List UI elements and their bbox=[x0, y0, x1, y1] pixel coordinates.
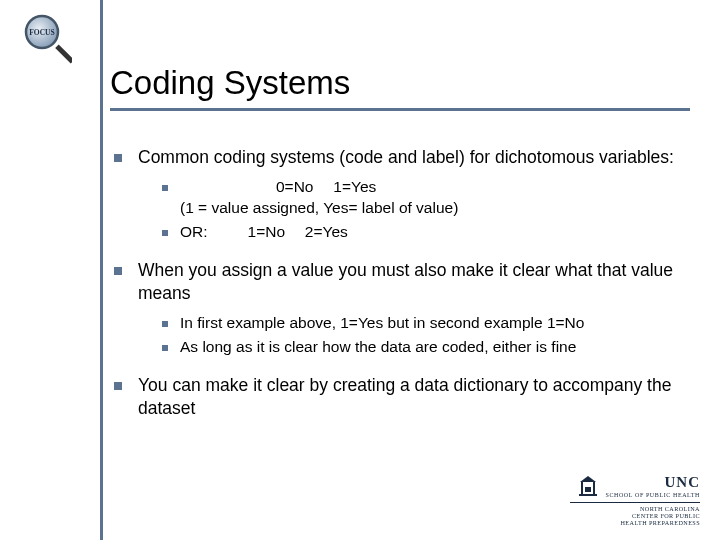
page-title: Coding Systems bbox=[110, 64, 690, 102]
svg-text:FOCUS: FOCUS bbox=[29, 28, 54, 37]
bullet-1-sub-2: OR:1=No 2=Yes bbox=[160, 222, 684, 243]
svg-rect-0 bbox=[55, 44, 72, 63]
bullet-1-text: Common coding systems (code and label) f… bbox=[138, 147, 674, 167]
bullet-3: You can make it clear by creating a data… bbox=[112, 374, 684, 420]
bullet-2-text: When you assign a value you must also ma… bbox=[138, 260, 673, 303]
unc-school-text: SCHOOL OF PUBLIC HEALTH bbox=[605, 492, 700, 499]
bullet-3-text: You can make it clear by creating a data… bbox=[138, 375, 671, 418]
unc-center-line2: CENTER FOR PUBLIC bbox=[570, 512, 700, 519]
logo-divider bbox=[570, 502, 700, 503]
unc-center-line3: HEALTH PREPAREDNESS bbox=[570, 519, 700, 526]
title-underline bbox=[110, 108, 690, 111]
bullet-1-sub-2-rest: 1=No 2=Yes bbox=[248, 223, 348, 240]
bullet-2: When you assign a value you must also ma… bbox=[112, 259, 684, 358]
bullet-2-sub-1: In first example above, 1=Yes but in sec… bbox=[160, 313, 684, 334]
svg-rect-6 bbox=[585, 487, 591, 492]
slide: FOCUS Coding Systems Common coding syste… bbox=[0, 0, 720, 540]
svg-rect-5 bbox=[579, 494, 597, 496]
bullet-1-sub-1-line2: (1 = value assigned, Yes= label of value… bbox=[180, 199, 458, 216]
svg-rect-3 bbox=[581, 482, 583, 494]
unc-logo-text: UNC bbox=[605, 474, 700, 491]
unc-logo: UNC SCHOOL OF PUBLIC HEALTH NORTH CAROLI… bbox=[570, 474, 700, 526]
bullet-2-sub-2: As long as it is clear how the data are … bbox=[160, 337, 684, 358]
old-well-icon bbox=[577, 475, 599, 499]
focus-logo-icon: FOCUS bbox=[20, 12, 72, 64]
bullet-1-sub-1-line1: 0=No 1=Yes bbox=[180, 177, 376, 198]
vertical-divider bbox=[100, 0, 103, 540]
bullet-1-sub-2-prefix: OR: bbox=[180, 223, 208, 240]
title-area: Coding Systems bbox=[110, 64, 690, 111]
unc-center-line1: NORTH CAROLINA bbox=[570, 505, 700, 512]
content-area: Common coding systems (code and label) f… bbox=[112, 146, 684, 436]
bullet-1: Common coding systems (code and label) f… bbox=[112, 146, 684, 243]
svg-rect-4 bbox=[593, 482, 595, 494]
bullet-1-sub-1: 0=No 1=Yes (1 = value assigned, Yes= lab… bbox=[160, 177, 684, 219]
